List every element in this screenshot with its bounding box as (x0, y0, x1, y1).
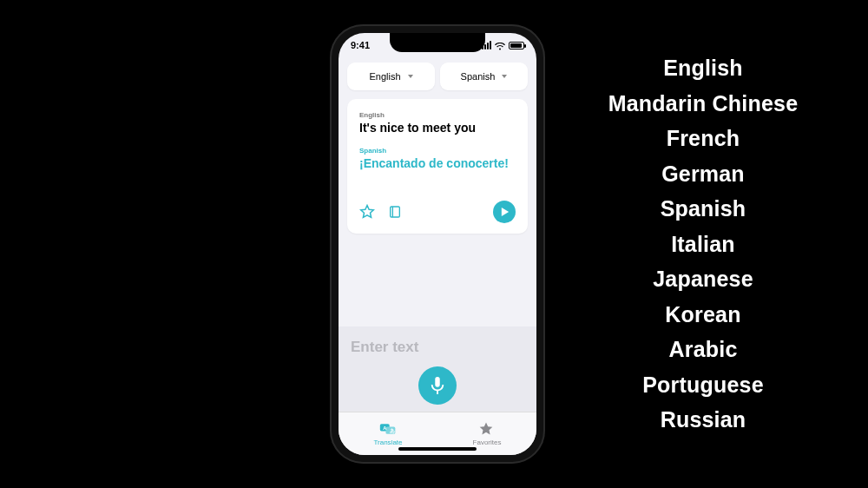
notch (390, 33, 485, 52)
tab-translate-label: Translate (373, 439, 402, 446)
list-item: Russian (582, 402, 825, 438)
dictionary-button[interactable] (387, 204, 403, 220)
list-item: French (582, 121, 825, 156)
list-item: Italian (582, 227, 825, 262)
input-area: Enter text (339, 326, 536, 412)
translate-icon: Aあ (379, 421, 397, 437)
language-selector: English Spanish (339, 57, 536, 99)
battery-icon (509, 42, 524, 49)
tab-favorites-label: Favorites (473, 439, 502, 446)
target-language-label: Spanish (461, 71, 496, 82)
card-actions (359, 201, 516, 223)
list-item: Arabic (582, 332, 825, 367)
target-language-caption: Spanish (359, 147, 516, 155)
tab-translate[interactable]: Aあ Translate (339, 421, 437, 446)
favorites-tab-icon (478, 421, 496, 437)
microphone-icon (431, 377, 444, 394)
svg-text:あ: あ (390, 428, 395, 434)
source-language-caption: English (359, 111, 516, 119)
book-icon (388, 204, 402, 220)
wifi-icon (495, 42, 505, 49)
status-indicators (482, 41, 524, 49)
source-text: It's nice to meet you (359, 121, 516, 136)
list-item: Mandarin Chinese (582, 86, 825, 122)
favorite-button[interactable] (359, 204, 375, 220)
list-item: Japanese (582, 261, 825, 297)
list-item: Korean (582, 297, 825, 333)
home-indicator[interactable] (398, 447, 477, 451)
source-language-label: English (369, 71, 400, 82)
list-item: Portuguese (582, 367, 825, 403)
microphone-button[interactable] (418, 366, 457, 405)
list-item: English (582, 50, 825, 86)
play-button[interactable] (493, 201, 516, 223)
svg-rect-0 (391, 207, 400, 217)
target-text: ¡Encantado de conocerte! (359, 156, 516, 172)
source-language-button[interactable]: English (347, 63, 435, 90)
target-language-button[interactable]: Spanish (440, 63, 528, 90)
play-icon (501, 208, 510, 216)
text-input[interactable]: Enter text (351, 339, 524, 356)
star-icon (359, 204, 375, 220)
status-time: 9:41 (351, 40, 370, 50)
list-item: German (582, 156, 825, 192)
tab-favorites[interactable]: Favorites (437, 421, 536, 446)
phone-frame: 9:41 English Spanish English It's nice t… (330, 24, 545, 464)
phone-screen: 9:41 English Spanish English It's nice t… (339, 33, 536, 455)
list-item: Spanish (582, 191, 825, 227)
translation-card: English It's nice to meet you Spanish ¡E… (347, 99, 528, 234)
supported-languages-list: English Mandarin Chinese French German S… (582, 50, 825, 438)
